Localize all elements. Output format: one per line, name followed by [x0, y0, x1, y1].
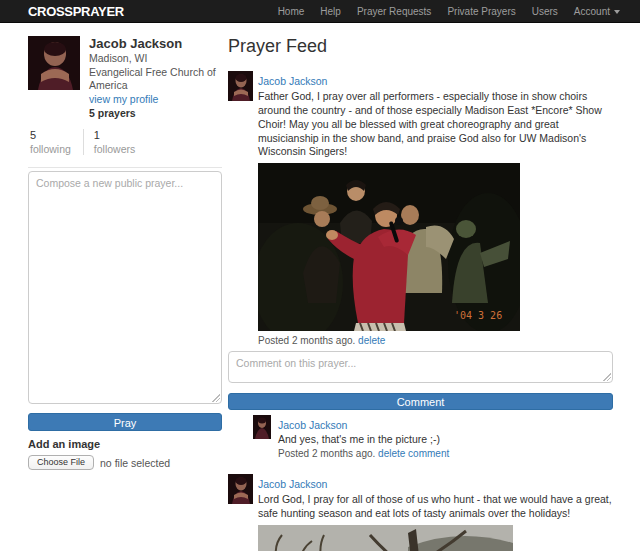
post-timestamp: Posted 2 months ago. [258, 335, 355, 346]
comment-text: And yes, that's me in the picture ;-) [278, 433, 449, 447]
compose-prayer-input[interactable] [28, 171, 222, 404]
post-delete-link[interactable]: delete [358, 335, 385, 346]
nav-users[interactable]: Users [532, 6, 558, 17]
followers-count: 1 [94, 129, 135, 141]
add-image-heading: Add an image [28, 438, 222, 450]
comment-meta: Posted 2 months ago. delete comment [278, 448, 449, 459]
nav-help[interactable]: Help [320, 6, 341, 17]
nav-prayer-requests[interactable]: Prayer Requests [357, 6, 431, 17]
comment-author-link[interactable]: Jacob Jackson [278, 419, 347, 431]
caret-down-icon [614, 10, 620, 14]
following-label: following [30, 143, 71, 155]
comment-delete-link[interactable]: delete comment [378, 448, 449, 459]
post-author-avatar[interactable] [228, 71, 253, 101]
comment-author-avatar[interactable] [253, 415, 271, 439]
nav-account-dropdown[interactable]: Account [574, 6, 620, 17]
comment-timestamp: Posted 2 months ago. [278, 448, 375, 459]
top-navbar: CROSSPRAYER Home Help Prayer Requests Pr… [0, 0, 640, 23]
comment-item: Jacob Jackson And yes, that's me in the … [253, 415, 613, 459]
post-author-avatar[interactable] [228, 474, 253, 504]
prayer-feed: Prayer Feed Jacob Jackson Father Go [228, 36, 613, 551]
followers-stat[interactable]: 1 followers [83, 129, 147, 155]
post-author-link[interactable]: Jacob Jackson [258, 75, 327, 87]
sidebar-divider [28, 167, 222, 168]
profile-church: Evangelical Free Church of America [89, 66, 222, 93]
profile-name: Jacob Jackson [89, 36, 222, 52]
post-photo-hunting[interactable] [258, 525, 513, 551]
profile-sidebar: Jacob Jackson Madison, WI Evangelical Fr… [28, 36, 222, 551]
photo-date-stamp: '04 3 26 [454, 310, 502, 321]
comment-input[interactable] [228, 351, 613, 383]
post-text: Lord God, I pray for all of those of us … [258, 493, 613, 521]
profile-avatar [28, 36, 80, 90]
brand-logo[interactable]: CROSSPRAYER [28, 4, 124, 19]
pray-button[interactable]: Pray [28, 413, 222, 431]
view-profile-link[interactable]: view my profile [89, 93, 158, 105]
prayer-post: Jacob Jackson Father God, I pray over al… [228, 71, 613, 459]
post-author-link[interactable]: Jacob Jackson [258, 478, 327, 490]
post-photo-showchoir[interactable]: '04 3 26 [258, 163, 520, 331]
nav-home[interactable]: Home [278, 6, 305, 17]
profile-prayer-count: 5 prayers [89, 107, 222, 121]
post-meta: Posted 2 months ago. delete [258, 335, 613, 346]
choose-file-button[interactable]: Choose File [28, 455, 94, 470]
page-title: Prayer Feed [228, 36, 613, 57]
nav-private-prayers[interactable]: Private Prayers [447, 6, 515, 17]
following-count: 5 [30, 129, 71, 141]
nav-links: Home Help Prayer Requests Private Prayer… [262, 6, 620, 17]
followers-label: followers [94, 143, 135, 155]
comment-button[interactable]: Comment [228, 393, 613, 410]
following-stat[interactable]: 5 following [28, 129, 83, 155]
prayer-post: Jacob Jackson Lord God, I pray for all o… [228, 474, 613, 551]
post-text: Father God, I pray over all performers -… [258, 90, 613, 159]
follow-stats: 5 following 1 followers [28, 129, 222, 155]
file-status-text: no file selected [100, 457, 170, 469]
profile-location: Madison, WI [89, 52, 222, 66]
